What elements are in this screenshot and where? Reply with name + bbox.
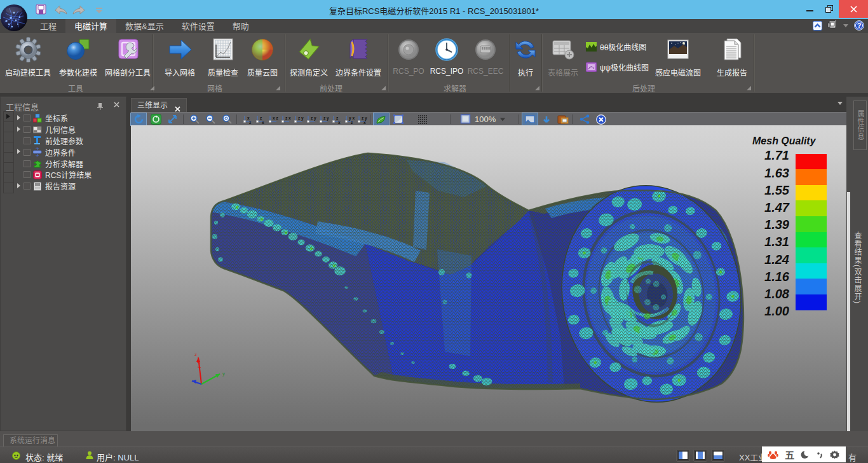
svg-text:x: x [338, 120, 341, 125]
svg-text:z: z [336, 116, 339, 120]
svg-text:z y: z y [298, 116, 304, 121]
svg-text:z y: z y [323, 116, 329, 121]
svg-text:z y: z y [311, 116, 316, 121]
svg-text:x z: x z [273, 116, 278, 120]
svg-text:z: z [249, 120, 252, 125]
svg-text:y: y [222, 371, 225, 377]
svg-text:?: ? [857, 22, 862, 29]
svg-text:x: x [363, 120, 366, 125]
svg-text:z: z [351, 120, 353, 125]
svg-text:z: z [194, 352, 197, 357]
svg-text:x: x [247, 116, 250, 120]
svg-text:z x: z x [285, 116, 291, 120]
svg-text:x: x [262, 120, 264, 125]
svg-text:z: z [260, 116, 262, 120]
